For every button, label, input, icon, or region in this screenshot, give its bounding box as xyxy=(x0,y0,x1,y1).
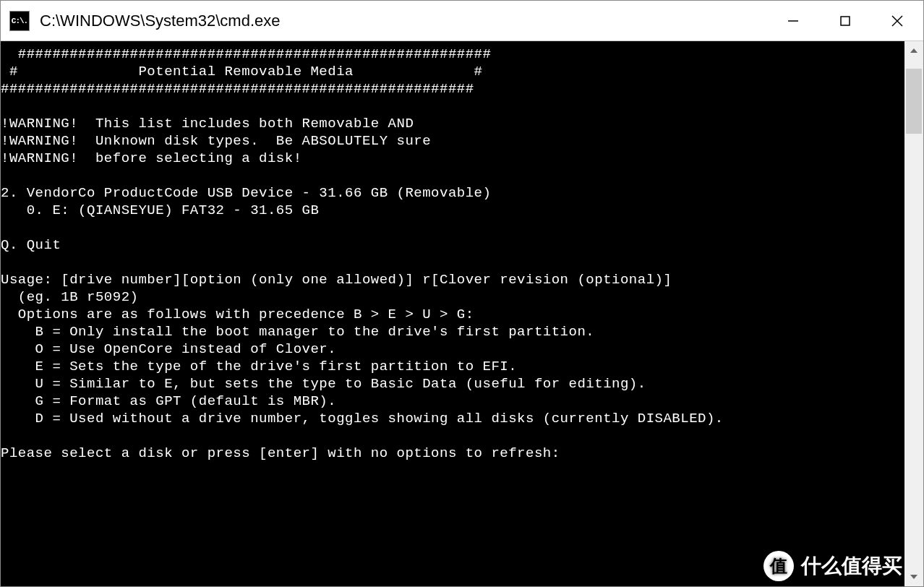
scroll-down-arrow-icon[interactable] xyxy=(904,567,923,586)
maximize-button[interactable] xyxy=(819,1,871,40)
terminal-area: ########################################… xyxy=(1,41,923,586)
scroll-thumb[interactable] xyxy=(906,69,922,134)
svg-rect-1 xyxy=(841,17,850,25)
cmd-window: C:\. C:\WINDOWS\System32\cmd.exe #######… xyxy=(0,0,924,587)
terminal-content[interactable]: ########################################… xyxy=(1,41,904,586)
terminal-output: ########################################… xyxy=(1,46,904,462)
close-button[interactable] xyxy=(871,1,923,40)
window-title: C:\WINDOWS\System32\cmd.exe xyxy=(40,12,767,30)
window-controls xyxy=(767,1,923,40)
cmd-icon: C:\. xyxy=(9,11,30,31)
minimize-button[interactable] xyxy=(767,1,819,40)
watermark-badge: 值 xyxy=(763,551,794,581)
cmd-icon-label: C:\. xyxy=(12,17,27,25)
watermark-text: 什么值得买 xyxy=(801,552,902,580)
titlebar[interactable]: C:\. C:\WINDOWS\System32\cmd.exe xyxy=(1,1,923,41)
scroll-track[interactable] xyxy=(904,60,923,567)
scroll-up-arrow-icon[interactable] xyxy=(904,41,923,60)
watermark: 值 什么值得买 xyxy=(763,551,902,581)
vertical-scrollbar[interactable] xyxy=(904,41,923,586)
